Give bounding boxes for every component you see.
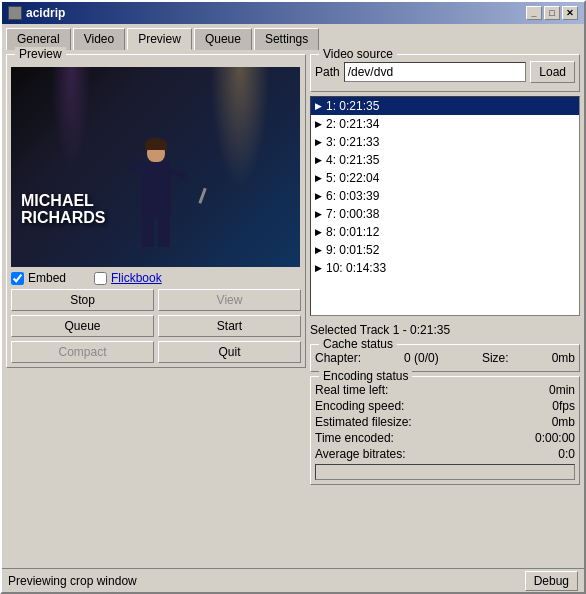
cache-status-group: Cache status Chapter: 0 (0/0) Size: 0mb [310, 344, 580, 372]
play-icon: ▶ [315, 155, 322, 165]
embed-label: Embed [28, 271, 66, 285]
flickbook-checkbox-label[interactable]: Flickbook [94, 271, 162, 285]
minimize-button[interactable]: _ [526, 6, 542, 20]
realtime-value: 0min [549, 383, 575, 397]
right-panel: Video source Path Load ▶ 1: 0:21:35 ▶ 2 [310, 54, 580, 564]
figure-head [147, 142, 165, 162]
track-label: 7: 0:00:38 [326, 207, 379, 221]
path-input[interactable] [344, 62, 527, 82]
tab-bar: General Video Preview Queue Settings [2, 24, 584, 50]
title-bar: acidrip _ □ ✕ [2, 2, 584, 24]
play-icon: ▶ [315, 137, 322, 147]
path-label: Path [315, 65, 340, 79]
chapter-value: 0 (0/0) [404, 351, 439, 365]
figure-leg-left [142, 217, 154, 247]
path-row: Path Load [315, 61, 575, 83]
play-icon: ▶ [315, 101, 322, 111]
time-label: Time encoded: [315, 431, 394, 445]
speed-row: Encoding speed: 0fps [315, 399, 575, 413]
figure-leg-right [158, 217, 170, 247]
track-item[interactable]: ▶ 9: 0:01:52 [311, 241, 579, 259]
play-icon: ▶ [315, 119, 322, 129]
start-button[interactable]: Start [158, 315, 301, 337]
realtime-row: Real time left: 0min [315, 383, 575, 397]
track-item[interactable]: ▶ 4: 0:21:35 [311, 151, 579, 169]
embed-checkbox-label[interactable]: Embed [11, 271, 66, 285]
title-controls: _ □ ✕ [526, 6, 578, 20]
cache-status-label: Cache status [319, 337, 397, 351]
track-label: 8: 0:01:12 [326, 225, 379, 239]
app-icon [8, 6, 22, 20]
play-icon: ▶ [315, 245, 322, 255]
encoding-progress-bar [315, 464, 575, 480]
maximize-button[interactable]: □ [544, 6, 560, 20]
compact-quit-row: Compact Quit [11, 341, 301, 363]
track-label: 5: 0:22:04 [326, 171, 379, 185]
preview-group: Preview [6, 54, 306, 368]
window-title: acidrip [26, 6, 65, 20]
play-icon: ▶ [315, 173, 322, 183]
preview-group-label: Preview [15, 47, 66, 61]
track-item[interactable]: ▶ 2: 0:21:34 [311, 115, 579, 133]
size-value: 0mb [552, 351, 575, 365]
tab-video[interactable]: Video [73, 28, 125, 50]
time-row: Time encoded: 0:00:00 [315, 431, 575, 445]
bitrate-row: Average bitrates: 0:0 [315, 447, 575, 461]
stop-button[interactable]: Stop [11, 289, 154, 311]
compact-button[interactable]: Compact [11, 341, 154, 363]
flickbook-checkbox[interactable] [94, 272, 107, 285]
track-item[interactable]: ▶ 3: 0:21:33 [311, 133, 579, 151]
debug-button[interactable]: Debug [525, 571, 578, 591]
track-item[interactable]: ▶ 8: 0:01:12 [311, 223, 579, 241]
quit-button[interactable]: Quit [158, 341, 301, 363]
figure-legs [142, 217, 170, 247]
cache-info-row: Chapter: 0 (0/0) Size: 0mb [315, 351, 575, 365]
chapter-label: Chapter: [315, 351, 361, 365]
track-label: 4: 0:21:35 [326, 153, 379, 167]
track-label: 9: 0:01:52 [326, 243, 379, 257]
queue-start-row: Queue Start [11, 315, 301, 337]
track-label: 10: 0:14:33 [326, 261, 386, 275]
figure-hair [145, 138, 167, 150]
queue-button[interactable]: Queue [11, 315, 154, 337]
track-label: 3: 0:21:33 [326, 135, 379, 149]
flickbook-label[interactable]: Flickbook [111, 271, 162, 285]
main-content: Preview [2, 50, 584, 568]
status-bar: Previewing crop window Debug [2, 568, 584, 592]
video-source-label: Video source [319, 47, 397, 61]
embed-flickbook-row: Embed Flickbook [11, 267, 301, 289]
figure-body [141, 162, 171, 217]
load-button[interactable]: Load [530, 61, 575, 83]
title-bar-left: acidrip [8, 6, 65, 20]
track-label: 6: 0:03:39 [326, 189, 379, 203]
stop-view-row: Stop View [11, 289, 301, 311]
left-panel: Preview [6, 54, 306, 564]
size-label: Size: [482, 351, 509, 365]
view-button[interactable]: View [158, 289, 301, 311]
encoding-status-group: Encoding status Real time left: 0min Enc… [310, 376, 580, 485]
close-button[interactable]: ✕ [562, 6, 578, 20]
track-list[interactable]: ▶ 1: 0:21:35 ▶ 2: 0:21:34 ▶ 3: 0:21:33 ▶… [311, 97, 579, 315]
track-label: 1: 0:21:35 [326, 99, 379, 113]
tab-preview[interactable]: Preview [127, 28, 192, 50]
track-item[interactable]: ▶ 6: 0:03:39 [311, 187, 579, 205]
track-item[interactable]: ▶ 5: 0:22:04 [311, 169, 579, 187]
track-label: 2: 0:21:34 [326, 117, 379, 131]
tab-queue[interactable]: Queue [194, 28, 252, 50]
encoding-status-label: Encoding status [319, 369, 412, 383]
bitrate-label: Average bitrates: [315, 447, 406, 461]
play-icon: ▶ [315, 227, 322, 237]
track-item[interactable]: ▶ 7: 0:00:38 [311, 205, 579, 223]
spotlight-right [210, 67, 270, 187]
embed-checkbox[interactable] [11, 272, 24, 285]
track-item[interactable]: ▶ 1: 0:21:35 [311, 97, 579, 115]
filesize-value: 0mb [552, 415, 575, 429]
performer-name: MICHAELRICHARDS [21, 192, 105, 227]
video-source-group: Video source Path Load [310, 54, 580, 92]
play-icon: ▶ [315, 209, 322, 219]
bitrate-value: 0:0 [558, 447, 575, 461]
tab-settings[interactable]: Settings [254, 28, 319, 50]
performer-figure [141, 142, 171, 247]
filesize-row: Estimated filesize: 0mb [315, 415, 575, 429]
track-item[interactable]: ▶ 10: 0:14:33 [311, 259, 579, 277]
